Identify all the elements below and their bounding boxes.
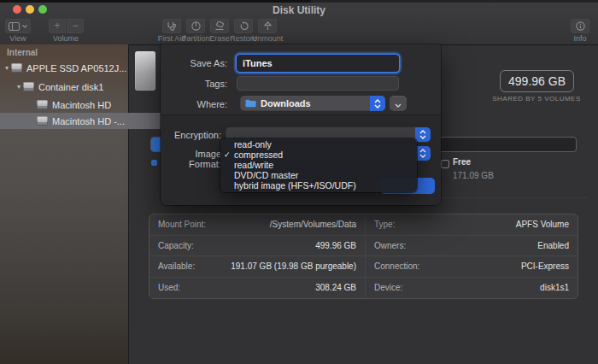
free-legend-label: Free (453, 157, 471, 167)
sidebar-item-label: Macintosh HD (52, 100, 111, 110)
disclosure-triangle-icon[interactable]: ▾ (15, 83, 23, 91)
where-popup[interactable]: Downloads (240, 96, 385, 111)
cell-label: Available: (158, 261, 195, 271)
first-aid-button[interactable] (162, 19, 181, 33)
sidebar-item-label: Container disk1 (38, 82, 103, 92)
menu-item-label: DVD/CD master (234, 171, 298, 181)
where-label: Where: (161, 99, 227, 109)
menu-item-read-only[interactable]: read-only (220, 140, 417, 150)
drive-icon (37, 116, 48, 126)
sidebar-pane-icon (9, 22, 20, 31)
total-size-badge: 499.96 GB (500, 70, 574, 92)
view-label: View (5, 34, 31, 43)
used-legend-swatch (151, 160, 157, 166)
volume-label: Volume (44, 34, 87, 43)
cell-label: Owners: (374, 241, 406, 250)
save-as-label: Save As: (161, 58, 227, 68)
sidebar-item-apple-ssd[interactable]: ▾ APPLE SSD AP0512J... (0, 60, 131, 76)
info-button[interactable] (571, 19, 589, 33)
save-dialog-sheet: Save As: iTunes Tags: Where: Downloads E… (161, 44, 441, 205)
sidebar-section-internal: Internal (7, 48, 38, 57)
cell-value: 308.24 GB (315, 283, 356, 292)
stethoscope-icon (167, 21, 177, 31)
restore-arrow-icon (239, 21, 249, 31)
sidebar-item-macintosh-hd[interactable]: Macintosh HD (0, 97, 165, 113)
unmount-label: Unmount (249, 34, 286, 43)
expand-dialog-button[interactable] (390, 96, 407, 111)
eject-icon (263, 21, 273, 31)
table-row: Mount Point: /System/Volumes/Data (150, 214, 366, 236)
table-row: Owners: Enabled (366, 236, 577, 257)
minus-icon: − (72, 19, 78, 33)
menu-item-label: read/write (234, 161, 273, 171)
sidebar-item-label: APPLE SSD AP0512J... (26, 63, 126, 73)
save-as-value: iTunes (243, 58, 273, 68)
sidebar: Internal ▾ APPLE SSD AP0512J... ▾ Contai… (0, 44, 129, 364)
menu-item-hybrid-image[interactable]: hybrid image (HFS+/ISO/UDF) (220, 181, 417, 191)
chevron-down-icon (395, 96, 402, 111)
eraser-icon (214, 21, 225, 31)
cell-value: /System/Volumes/Data (270, 220, 356, 229)
menu-item-dvd-cd-master[interactable]: DVD/CD master (220, 171, 417, 181)
cell-value: 499.96 GB (315, 241, 356, 250)
cell-label: Device: (374, 283, 402, 292)
window-chrome: Disk Utility View + − Volume First Aid (0, 0, 598, 45)
view-button[interactable] (5, 19, 31, 33)
unmount-button[interactable] (258, 19, 277, 33)
table-row: Available: 191.07 GB (19.98 GB purgeable… (150, 256, 366, 278)
menu-item-label: compressed (234, 150, 283, 161)
restore-button[interactable] (234, 19, 253, 33)
table-row: Used: 308.24 GB (150, 278, 366, 299)
disk-utility-window: Disk Utility View + − Volume First Aid (0, 0, 598, 364)
content-divider (441, 197, 588, 198)
cell-label: Used: (158, 283, 180, 292)
table-row: Type: APFS Volume (366, 214, 577, 236)
tags-label: Tags: (161, 79, 227, 89)
drive-icon (11, 63, 22, 73)
image-format-label: Image Format: (161, 149, 221, 169)
cell-value: Enabled (537, 241, 569, 250)
updown-chevrons-icon (370, 96, 385, 111)
table-row: Connection: PCI-Express (366, 256, 577, 278)
updown-chevrons-icon (415, 127, 431, 142)
menu-item-label: read-only (234, 140, 272, 150)
sidebar-item-label: Macintosh HD -... (52, 116, 125, 126)
save-as-input[interactable]: iTunes (237, 55, 399, 72)
updown-chevrons-icon (415, 146, 431, 161)
cell-label: Capacity: (158, 241, 194, 250)
disclosure-triangle-icon[interactable]: ▾ (3, 64, 11, 72)
zoom-button[interactable] (38, 5, 47, 14)
sidebar-item-macintosh-hd-data[interactable]: Macintosh HD -... (0, 113, 165, 129)
cell-value: disk1s1 (540, 283, 569, 292)
cell-value: 191.07 GB (19.98 GB purgeable) (231, 261, 356, 271)
menu-item-compressed[interactable]: ✓ compressed (220, 150, 417, 161)
close-button[interactable] (13, 5, 21, 14)
free-legend-swatch (441, 160, 449, 168)
free-legend-value: 171.09 GB (453, 171, 494, 180)
remove-volume-button[interactable]: − (67, 19, 84, 33)
partition-button[interactable] (186, 19, 205, 33)
add-volume-button[interactable]: + (49, 19, 66, 33)
info-icon (576, 21, 585, 31)
tags-input[interactable] (237, 76, 399, 91)
table-row: Capacity: 499.96 GB (150, 236, 366, 257)
where-value: Downloads (261, 98, 311, 109)
cell-value: PCI-Express (521, 261, 569, 271)
table-row: Device: disk1s1 (366, 278, 577, 299)
chevron-down-icon (22, 25, 27, 28)
minimize-button[interactable] (26, 5, 34, 14)
shared-volumes-caption: SHARED BY 5 VOLUMES (477, 95, 596, 103)
cell-label: Mount Point: (158, 220, 206, 229)
encryption-label: Encryption: (161, 130, 221, 140)
plus-icon: + (54, 19, 60, 33)
info-label: Info (561, 34, 598, 43)
screen-top-edge (0, 0, 598, 3)
cell-value: APFS Volume (516, 220, 569, 229)
sidebar-item-container-disk1[interactable]: ▾ Container disk1 (0, 79, 143, 95)
image-format-menu: read-only ✓ compressed read/write DVD/CD… (220, 138, 417, 192)
menu-item-label: hybrid image (HFS+/ISO/UDF) (234, 181, 356, 191)
folder-icon (245, 99, 256, 108)
menu-item-read-write[interactable]: read/write (220, 161, 417, 171)
partition-pie-icon (191, 21, 201, 31)
erase-button[interactable] (210, 19, 229, 33)
